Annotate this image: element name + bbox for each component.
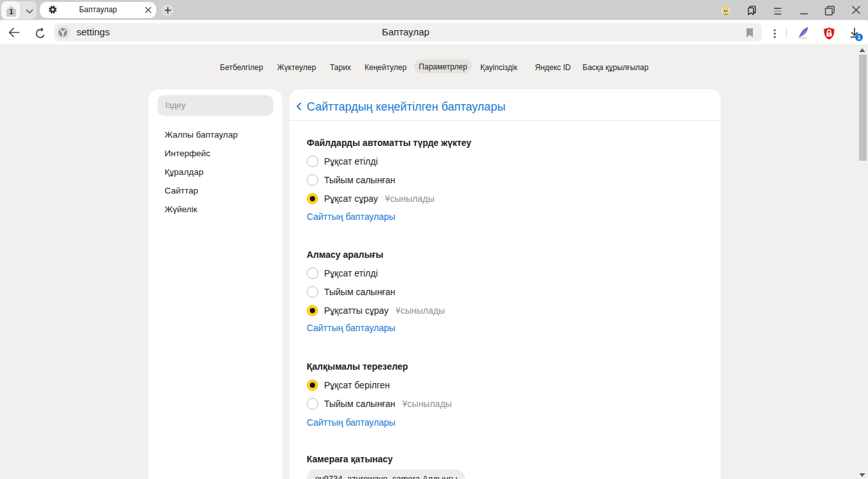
svg-text:1: 1 [10,8,14,15]
